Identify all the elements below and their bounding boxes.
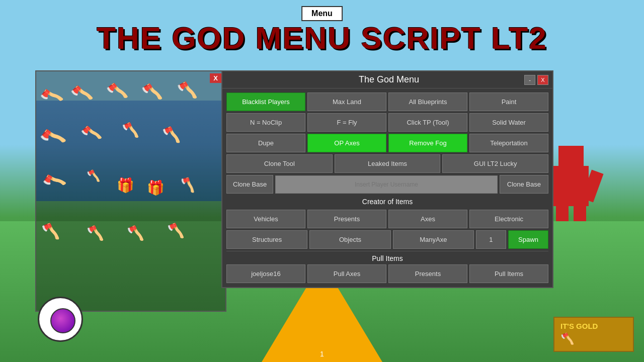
robot-leg-right [574, 204, 586, 221]
clone-base-label: Clone Base [226, 175, 273, 194]
gui-lt2-lucky-button[interactable]: GUI LT2 Lucky [442, 154, 548, 173]
pull-section-title: Pull Items [226, 251, 548, 264]
red-robot [553, 146, 589, 206]
axe-14: 🪓 [167, 222, 185, 239]
creator-section-title: Creator of Items [226, 196, 548, 208]
fly-button[interactable]: F = Fly [307, 113, 386, 132]
button-row-4: Clone Tool Leaked Items GUI LT2 Lucky [226, 154, 548, 173]
clone-base-button[interactable]: Clone Base [500, 175, 548, 194]
many-axe-button[interactable]: ManyAxe [393, 230, 474, 249]
electronic-button[interactable]: Electronic [469, 210, 548, 228]
axe-3: 🪓 [105, 79, 129, 103]
noclip-button[interactable]: N = NoClip [226, 113, 305, 132]
present-2: 🎁 [147, 179, 165, 196]
axe-pink: 🪓 [38, 123, 68, 152]
clone-base-row: Clone Base Clone Base [226, 175, 548, 194]
minimize-button[interactable]: - [524, 75, 535, 85]
axe-5: 🪓 [176, 79, 198, 100]
solid-water-button[interactable]: Solid Water [469, 113, 548, 132]
gold-icon: 🪓 [560, 332, 627, 345]
leaked-items-button[interactable]: Leaked Items [335, 154, 441, 173]
axe-10: 🪓 [87, 169, 100, 183]
blacklist-players-button[interactable]: Blacklist Players [226, 93, 305, 111]
op-axes-button[interactable]: OP Axes [307, 134, 386, 152]
axe-1: 🪓 [38, 83, 65, 110]
click-tp-button[interactable]: Click TP (Tool) [388, 113, 467, 132]
axes-button[interactable]: Axes [388, 210, 467, 228]
clone-base-input[interactable] [275, 175, 498, 194]
axe-11: 🪓 [41, 222, 60, 240]
present-1: 🎁 [117, 177, 134, 194]
remove-fog-button[interactable]: Remove Fog [388, 134, 467, 152]
creator-row-2: Structures Objects ManyAxe 1 Spawn [226, 230, 548, 249]
gold-item: IT'S GOLD 🪓 [553, 317, 634, 352]
axe-red: 🪓 [179, 175, 197, 194]
axe-4: 🪓 [140, 81, 164, 103]
god-menu-panel: The God Menu - X Blacklist Players Max L… [221, 70, 553, 288]
objects-button[interactable]: Objects [309, 230, 390, 249]
axe-7: 🪓 [122, 122, 139, 138]
paint-button[interactable]: Paint [469, 93, 548, 111]
axe-9: 🪓 [40, 168, 68, 195]
teleportation-button[interactable]: Teleportation [469, 134, 548, 152]
axe-13: 🪓 [127, 225, 144, 241]
clone-tool-button[interactable]: Clone Tool [226, 154, 333, 173]
robot-leg-left [556, 204, 569, 221]
robot-body [553, 166, 589, 206]
all-blueprints-button[interactable]: All Blueprints [388, 93, 467, 111]
robot-head [558, 146, 584, 166]
god-menu-titlebar: The God Menu - X [222, 71, 552, 88]
structures-button[interactable]: Structures [226, 230, 307, 249]
page-title: THE GOD MENU SCRIPT LT2 [0, 20, 644, 56]
pull-row: joeljose16 Pull Axes Presents Pull Items [226, 264, 548, 283]
vehicles-button[interactable]: Vehicles [226, 210, 305, 228]
spawn-button[interactable]: Spawn [508, 230, 548, 249]
god-menu-body: Blacklist Players Max Land All Blueprint… [222, 88, 552, 287]
close-left-button[interactable]: X [210, 73, 221, 83]
eyeball [38, 297, 83, 342]
gold-text: IT'S GOLD [560, 322, 627, 330]
axe-8: 🪓 [162, 126, 181, 143]
creator-row-1: Vehicles Presents Axes Electronic [226, 210, 548, 228]
button-row-3: Dupe OP Axes Remove Fog Teleportation [226, 134, 548, 152]
presents-button[interactable]: Presents [307, 210, 386, 228]
axe-12: 🪓 [87, 225, 104, 241]
pull-axes-button[interactable]: Pull Axes [307, 264, 386, 283]
bottom-number: 1 [320, 350, 324, 358]
pull-presents-button[interactable]: Presents [388, 264, 467, 283]
pull-username-button[interactable]: joeljose16 [226, 264, 305, 283]
dupe-button[interactable]: Dupe [226, 134, 305, 152]
axe-2: 🪓 [69, 81, 95, 106]
button-row-1: Blacklist Players Max Land All Blueprint… [226, 93, 548, 111]
menu-top-button[interactable]: Menu [301, 6, 343, 21]
titlebar-controls: - X [524, 75, 548, 85]
god-menu-title: The God Menu [254, 74, 524, 85]
axe-6: 🪓 [79, 122, 103, 145]
spawn-count: 1 [476, 230, 506, 249]
max-land-button[interactable]: Max Land [307, 93, 386, 111]
left-panel: X 🪓 🪓 🪓 🪓 🪓 🪓 🪓 🪓 🪓 🪓 🪓 🎁 🎁 🪓 🪓 🪓 🪓 🪓 [35, 70, 226, 312]
pull-items-button[interactable]: Pull Items [469, 264, 548, 283]
close-button[interactable]: X [537, 75, 548, 85]
button-row-2: N = NoClip F = Fly Click TP (Tool) Solid… [226, 113, 548, 132]
